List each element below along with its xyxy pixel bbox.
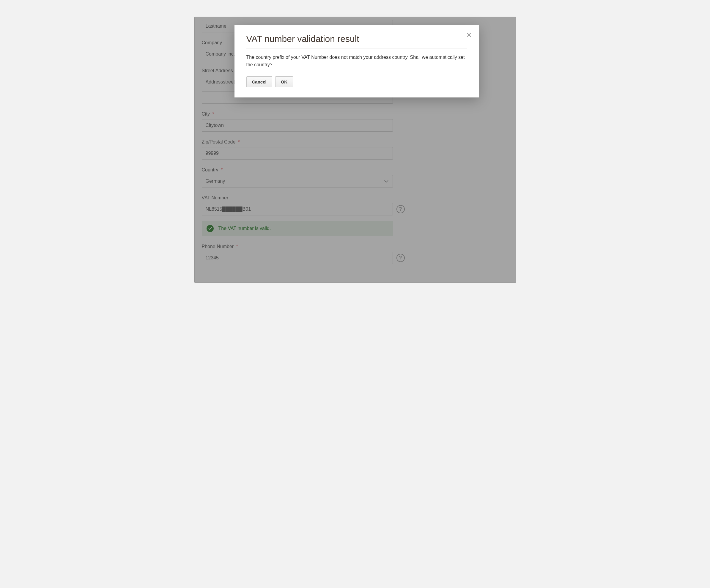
vat-validation-modal: VAT number validation result The country… <box>235 25 479 97</box>
modal-title: VAT number validation result <box>246 34 467 44</box>
modal-divider <box>246 48 467 48</box>
modal-body-text: The country prefix of your VAT Number do… <box>246 54 467 69</box>
cancel-button[interactable]: Cancel <box>246 76 272 87</box>
ok-button[interactable]: OK <box>275 76 293 87</box>
close-icon[interactable] <box>466 31 472 38</box>
